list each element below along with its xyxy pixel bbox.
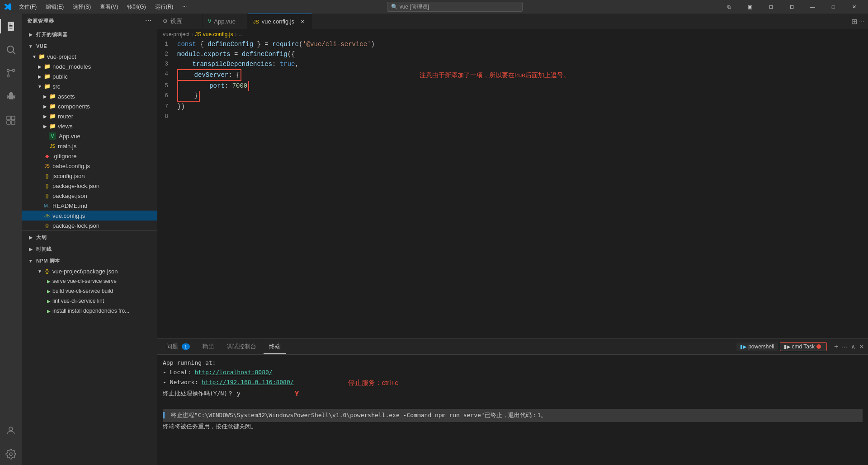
panel-close-icon[interactable]: ✕ [859, 343, 864, 350]
powershell-label: powershell [748, 343, 774, 350]
network-link[interactable]: http://192.168.0.116:8080/ [202, 379, 294, 385]
panel-tab-debug-console[interactable]: 调试控制台 [222, 340, 262, 353]
maximize-button[interactable]: □ [823, 0, 844, 14]
folder-public[interactable]: ▶ 📁 public [22, 71, 157, 81]
babel-icon: JS [43, 162, 51, 169]
breadcrumb-sep2: › [235, 31, 236, 38]
breadcrumb-file[interactable]: JS vue.config.js [195, 31, 233, 38]
breadcrumb-symbol[interactable]: ... [238, 31, 243, 38]
menu-run[interactable]: 运行(R) [151, 2, 177, 12]
activity-source-control[interactable] [0, 62, 22, 84]
file-babel-config[interactable]: ▶ JS babel.config.js [22, 161, 157, 171]
layout2-icon[interactable]: ▣ [740, 0, 760, 14]
file-package-lock2[interactable]: ▶ {} package-lock.json [22, 221, 157, 230]
npm-script-serve[interactable]: ▶ serve vue-cli-service serve [22, 276, 157, 286]
stop-annotation: 停止服务：ctrl+c [348, 377, 398, 388]
line-num-5: 5 [157, 81, 175, 91]
terminal-network-line: - Network: http://192.168.0.116:8080/ 停止… [163, 377, 863, 388]
file-readme[interactable]: ▶ M↓ README.md [22, 201, 157, 211]
activity-explorer[interactable] [0, 15, 22, 37]
package-json-label: package.json [52, 193, 87, 199]
file-gitignore[interactable]: ▶ ◆ .gitignore [22, 151, 157, 161]
minimize-button[interactable]: — [802, 0, 823, 14]
npm-section-header[interactable]: ▼ NPM 脚本 [22, 254, 157, 266]
folder-views[interactable]: ▶ 📁 views [22, 121, 157, 131]
activity-extensions[interactable] [0, 109, 22, 131]
layout3-icon[interactable]: ⊞ [760, 0, 781, 14]
code-line-5: 5 port: 7000 [157, 81, 868, 91]
panel-add-icon[interactable]: + [834, 343, 838, 351]
close-button[interactable]: ✕ [844, 0, 864, 14]
activity-search[interactable] [0, 39, 22, 61]
folder-components[interactable]: ▶ 📁 components [22, 101, 157, 111]
tab-settings[interactable]: ⚙ 设置 [157, 14, 203, 29]
open-editors-section[interactable]: ▶ 打开的编辑器 [22, 28, 157, 40]
tab-app-vue[interactable]: V App.vue [203, 14, 248, 29]
npm-package-icon: {} [43, 268, 51, 275]
vue-section-label: VUE [36, 43, 47, 49]
line-num-6: 6 [157, 91, 175, 101]
debug-icon [5, 91, 16, 102]
terminal-process-line: 终止进程"C:\WINDOWS\System32\WindowsPowerShe… [163, 409, 863, 422]
split-editor-icon[interactable]: ⊞ [851, 17, 857, 26]
search-icon: 🔍 [391, 4, 398, 10]
folder-assets[interactable]: ▶ 📁 assets [22, 91, 157, 101]
menu-more[interactable]: ··· [179, 2, 190, 12]
outline-section[interactable]: ▶ 大纲 [22, 230, 157, 243]
powershell-tab[interactable]: ▮▶ powershell [736, 343, 778, 351]
npm-script-lint[interactable]: ▶ lint vue-cli-service lint [22, 296, 157, 306]
title-bar: 文件(F) 编辑(E) 选择(S) 查看(V) 转到(G) 运行(R) ··· … [0, 0, 868, 14]
menu-view[interactable]: 查看(V) [96, 2, 122, 12]
panel-tab-terminal[interactable]: 终端 [264, 340, 286, 354]
gitignore-icon: ◆ [43, 152, 51, 160]
tab-actions: ⊞ ··· [851, 14, 868, 29]
folder-src[interactable]: ▼ 📁 src [22, 81, 157, 91]
menu-edit[interactable]: 编辑(E) [42, 2, 67, 12]
layout4-icon[interactable]: ⊟ [781, 0, 802, 14]
menu-goto[interactable]: 转到(G) [123, 2, 149, 12]
panel-up-icon[interactable]: ∧ [851, 343, 855, 350]
layout-icon[interactable]: ⧉ [719, 0, 740, 14]
activity-settings[interactable] [0, 443, 22, 465]
npm-package-label: vue-project\package.json [52, 268, 118, 275]
extensions-icon [5, 115, 16, 126]
breadcrumb-project[interactable]: vue-project [163, 31, 189, 38]
folder-node-modules[interactable]: ▶ 📁 node_modules [22, 61, 157, 71]
components-chevron: ▶ [42, 103, 49, 110]
terminal-content[interactable]: App running at: - Local: http://localhos… [157, 355, 868, 465]
line-num-3: 3 [157, 59, 175, 69]
menu-file[interactable]: 文件(F) [15, 2, 40, 12]
tab-vue-config[interactable]: JS vue.config.js × [248, 14, 312, 29]
global-search-box[interactable]: 🔍 vue [管理员] [387, 2, 523, 12]
terminal-label: 终端 [269, 343, 281, 350]
folder-vue-project[interactable]: ▼ 📁 vue-project [22, 52, 157, 61]
file-app-vue[interactable]: ▶ V App.vue [22, 131, 157, 141]
vue-config-tab-close[interactable]: × [299, 18, 306, 25]
file-vue-config[interactable]: ▶ JS vue.config.js [22, 211, 157, 221]
file-package-json[interactable]: ▶ {} package.json [22, 191, 157, 201]
panel-tab-problems[interactable]: 问题 1 [161, 340, 195, 353]
npm-script-build[interactable]: ▶ build vue-cli-service build [22, 286, 157, 296]
file-main-js[interactable]: ▶ JS main.js [22, 141, 157, 151]
local-link[interactable]: http://localhost:8080/ [194, 369, 272, 376]
package-lock2-icon: {} [43, 222, 51, 229]
breadcrumb-sep1: › [191, 31, 193, 38]
code-editor[interactable]: 1 const { defineConfig } = require('@vue… [157, 39, 868, 338]
vue-section[interactable]: ▼ VUE [22, 40, 157, 52]
sidebar-more-icon[interactable]: ··· [145, 17, 152, 24]
folder-router[interactable]: ▶ 📁 router [22, 111, 157, 121]
open-editors-label: 打开的编辑器 [36, 31, 67, 38]
menu-select[interactable]: 选择(S) [69, 2, 94, 12]
cmd-task-tab[interactable]: ▮▶ cmd Task [780, 342, 827, 351]
file-package-lock[interactable]: ▶ {} package-lock.json [22, 181, 157, 191]
activity-debug[interactable] [0, 86, 22, 108]
views-label: views [58, 123, 73, 130]
timeline-section[interactable]: ▶ 时间线 [22, 243, 157, 254]
file-jsconfig[interactable]: ▶ {} jsconfig.json [22, 171, 157, 181]
npm-script-install[interactable]: ▶ install install dependencies fro... [22, 306, 157, 316]
panel-more-icon[interactable]: ··· [842, 343, 847, 350]
more-actions-icon[interactable]: ··· [859, 18, 864, 25]
panel-tab-output[interactable]: 输出 [197, 340, 220, 353]
activity-account[interactable] [0, 420, 22, 442]
npm-package-json[interactable]: ▼ {} vue-project\package.json [22, 266, 157, 276]
